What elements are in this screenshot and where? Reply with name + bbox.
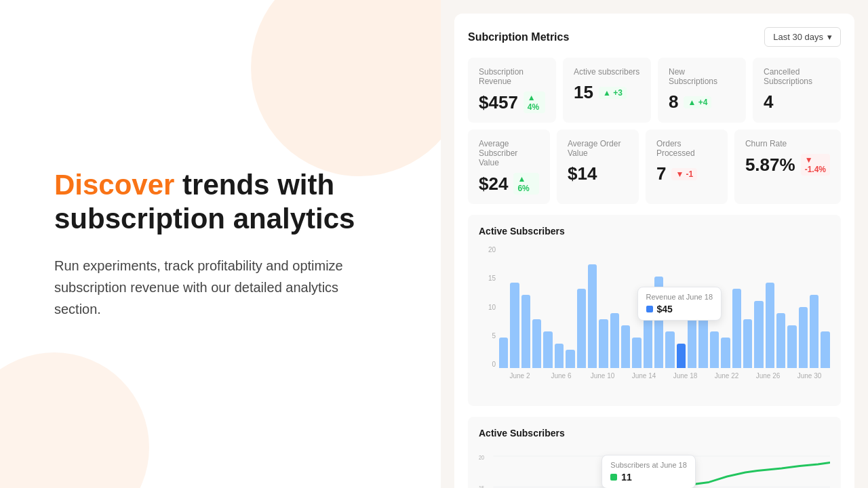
y-axis-label: 15	[479, 274, 496, 282]
bar[interactable]	[688, 295, 696, 368]
bar[interactable]	[521, 295, 530, 368]
svg-text:15: 15	[479, 484, 484, 488]
bar-wrapper	[721, 246, 730, 368]
bar-wrapper	[688, 246, 696, 368]
bar-chart-section: Active Subscribers 05101520 June 2June 6…	[468, 215, 841, 406]
bar-chart: 05101520	[479, 246, 830, 368]
bar[interactable]	[577, 289, 586, 368]
bar-wrapper	[632, 246, 641, 368]
x-axis-label: June 14	[623, 372, 665, 380]
bar-wrapper	[644, 246, 652, 368]
bar[interactable]	[710, 331, 719, 368]
bg-blob-top	[251, 0, 441, 176]
metric-card-3: Cancelled Subscriptions4	[753, 58, 841, 123]
bar-chart-container: 05101520 June 2June 6June 10June 14June …	[479, 246, 830, 395]
metric-badge: ▲ 6%	[513, 173, 539, 195]
bar[interactable]	[698, 307, 707, 368]
metric-card-0: Average Subscriber Value$24▲ 6%	[468, 129, 550, 204]
x-axis-label: June 6	[540, 372, 582, 380]
metric-label: Orders Processed	[656, 139, 717, 158]
bar-wrapper	[577, 246, 586, 368]
bar-wrapper	[510, 246, 519, 368]
bar-wrapper	[621, 246, 630, 368]
bar[interactable]	[766, 283, 774, 368]
bar-wrapper	[766, 246, 774, 368]
bar-wrapper	[555, 246, 564, 368]
metric-label: Subscription Revenue	[479, 67, 545, 86]
line-chart-tooltip: Subscribers at June 18 11	[601, 455, 696, 488]
bar[interactable]	[677, 344, 686, 368]
bar-wrapper	[754, 246, 763, 368]
metric-label: New Subscriptions	[669, 67, 735, 86]
bar-wrapper	[543, 246, 552, 368]
bar[interactable]	[599, 319, 608, 368]
bar[interactable]	[532, 319, 541, 368]
line-tooltip-value-row: 11	[610, 472, 687, 483]
date-filter-dropdown[interactable]: Last 30 days ▾	[764, 27, 841, 47]
bar-wrapper	[821, 246, 829, 368]
metric-badge: ▲ +4	[684, 96, 711, 108]
bar[interactable]	[644, 319, 652, 368]
bar[interactable]	[787, 325, 796, 368]
bar[interactable]	[665, 331, 674, 368]
bar[interactable]	[799, 307, 808, 368]
bar-wrapper	[521, 246, 530, 368]
bar[interactable]	[566, 350, 574, 368]
bar[interactable]	[499, 338, 508, 368]
dashboard-title: Subcription Metrics	[468, 31, 569, 43]
metric-card-3: Churn Rate5.87%▼ -1.4%	[734, 129, 841, 204]
bar-wrapper	[743, 246, 752, 368]
bar[interactable]	[721, 338, 730, 368]
metric-value: $24	[479, 174, 508, 195]
metric-badge: ▲ 4%	[524, 92, 545, 113]
metric-label: Active subscribers	[574, 67, 640, 77]
bar-wrapper	[732, 246, 741, 368]
chevron-down-icon: ▾	[827, 32, 832, 42]
bar[interactable]	[632, 338, 641, 368]
bar[interactable]	[543, 331, 552, 368]
bar[interactable]	[621, 325, 630, 368]
metric-value-row: $457▲ 4%	[479, 92, 545, 113]
bar-wrapper	[677, 246, 686, 368]
line-tooltip-title: Subscribers at June 18	[610, 461, 687, 469]
bar-wrapper	[599, 246, 608, 368]
metric-badge: ▼ -1.4%	[801, 154, 830, 176]
bar[interactable]	[588, 264, 597, 368]
metrics-row-1: Subscription Revenue$457▲ 4%Active subsc…	[468, 58, 841, 123]
line-chart-container: 20 15 10 Subscribers at June 18	[479, 448, 830, 488]
metric-value: 15	[574, 82, 593, 103]
bar[interactable]	[555, 344, 564, 368]
metric-value-row: $14	[568, 163, 628, 184]
bar-wrapper	[710, 246, 719, 368]
x-axis-label: June 2	[499, 372, 540, 380]
line-tooltip-dot	[610, 474, 617, 481]
y-axis-label: 5	[479, 332, 496, 340]
bar[interactable]	[510, 283, 519, 368]
metric-card-0: Subscription Revenue$457▲ 4%	[468, 58, 556, 123]
svg-text:20: 20	[479, 453, 484, 461]
metric-value: 5.87%	[745, 155, 795, 176]
bar-wrapper	[698, 246, 707, 368]
bar[interactable]	[754, 301, 763, 368]
right-panel: Subcription Metrics Last 30 days ▾ Subsc…	[441, 0, 868, 488]
metric-value: $457	[479, 92, 518, 113]
metric-value: 4	[764, 92, 773, 113]
x-axis: June 2June 6June 10June 14June 18June 22…	[479, 372, 830, 380]
x-axis-label: June 18	[665, 372, 706, 380]
bar[interactable]	[732, 289, 741, 368]
bar[interactable]	[610, 313, 619, 368]
hero-title-orange: Discover	[54, 169, 174, 201]
metric-value-row: 5.87%▼ -1.4%	[745, 154, 830, 176]
line-chart-title: Active Subscribers	[479, 428, 830, 439]
left-panel: Discover trends with subscription analyt…	[0, 0, 441, 488]
bar[interactable]	[743, 319, 752, 368]
bar[interactable]	[821, 331, 829, 368]
line-chart-section: Active Subscribers 20 15 10	[468, 417, 841, 488]
metric-card-2: Orders Processed7▼ -1	[646, 129, 728, 204]
dashboard-card: Subcription Metrics Last 30 days ▾ Subsc…	[454, 14, 854, 488]
metric-label: Cancelled Subscriptions	[764, 67, 830, 86]
bar[interactable]	[810, 295, 818, 368]
x-axis-label: June 22	[706, 372, 747, 380]
bar[interactable]	[654, 277, 663, 368]
bar[interactable]	[776, 313, 785, 368]
